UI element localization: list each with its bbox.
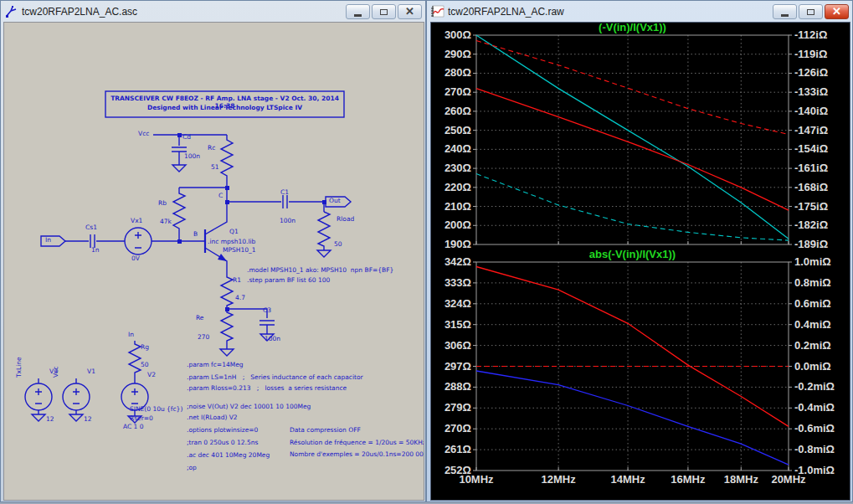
left-axis-label: 200Ω bbox=[444, 219, 471, 231]
left-axis-label: 306Ω bbox=[444, 339, 471, 352]
schematic-text: SINE(0 10u {fc}) bbox=[130, 406, 182, 413]
schematic-text: 0V bbox=[131, 255, 140, 262]
trace-blue-solid-magnitude bbox=[476, 371, 789, 465]
schematic-text: In bbox=[45, 237, 51, 244]
right-axis-label: -119iΩ bbox=[794, 48, 827, 60]
schematic-text: 12 bbox=[84, 416, 92, 423]
schematic-text: .ac dec 401 10Meg 20Meg bbox=[187, 452, 270, 459]
schematic-text: C1 bbox=[280, 189, 289, 196]
left-axis-label: 240Ω bbox=[444, 142, 471, 155]
left-axis-label: 342Ω bbox=[444, 255, 471, 268]
right-axis-label: -140iΩ bbox=[794, 105, 828, 117]
schematic-text: Vcc bbox=[138, 131, 149, 137]
schematic-text: 50 bbox=[141, 362, 149, 368]
schematic-text: ;tran 0 250us 0 12.5ns bbox=[187, 440, 258, 446]
schematic-text: C3 bbox=[263, 307, 271, 314]
right-axis-label: -147iΩ bbox=[794, 124, 828, 136]
waveform-app-icon bbox=[430, 5, 444, 18]
schematic-text: Rser=0 bbox=[130, 415, 153, 422]
schematic-text: R1 bbox=[233, 277, 241, 284]
maximize-icon bbox=[380, 9, 388, 15]
schematic-text: Rload bbox=[337, 216, 354, 223]
right-axis-label: -189iΩ bbox=[794, 238, 828, 250]
right-axis-label: 0.6miΩ bbox=[794, 297, 831, 310]
x-tick-label: 18MHz bbox=[724, 473, 759, 486]
schematic-text: 100n bbox=[265, 336, 280, 342]
schematic-text: 12 bbox=[46, 416, 54, 423]
minimize-button[interactable] bbox=[346, 4, 370, 19]
minimize-icon bbox=[781, 12, 789, 17]
waveform-window: tcw20RFAP2LNA_AC.raw ✕ 300Ω-112iΩ290Ω-11… bbox=[426, 0, 853, 502]
schematic-text: Data compression OFF bbox=[290, 427, 361, 434]
left-axis-label: 290Ω bbox=[444, 48, 471, 60]
left-axis-label: 280Ω bbox=[444, 66, 471, 79]
schematic-text: .model MPSH10_1 ako: MPSH10 npn BF={BF} bbox=[247, 267, 393, 274]
schematic-text: Rb bbox=[158, 200, 167, 207]
plot-pane-title: abs(-V(in)/I(Vx1)) bbox=[589, 248, 676, 260]
schematic-text: Cs1 bbox=[85, 224, 97, 231]
trace-cyan-solid-real-part bbox=[476, 35, 789, 239]
right-axis-label: 0.0miΩ bbox=[794, 360, 831, 373]
right-axis-label: -0.6miΩ bbox=[794, 422, 835, 435]
plot-pane-border bbox=[476, 35, 789, 244]
left-axis-label: 250Ω bbox=[444, 124, 471, 136]
schematic-titlebar[interactable]: tcw20RFAP2LNA_AC.asc ✕ bbox=[1, 1, 425, 21]
schematic-text: B bbox=[193, 231, 198, 238]
close-button[interactable]: ✕ bbox=[825, 4, 849, 19]
schematic-text: Out bbox=[329, 198, 341, 204]
schematic-app-icon bbox=[4, 5, 18, 18]
maximize-button[interactable] bbox=[372, 4, 396, 19]
window-title: tcw20RFAP2LNA_AC.asc bbox=[22, 4, 342, 18]
schematic-text: Résolution de fréquence = 1/20us = 50KHz bbox=[290, 440, 424, 446]
right-axis-label: -154iΩ bbox=[794, 142, 828, 155]
schematic-text: 4.7 bbox=[235, 295, 245, 301]
schematic-text: 50 bbox=[334, 241, 342, 248]
minimize-button[interactable] bbox=[773, 4, 797, 19]
schematic-text: AC 1 0 bbox=[123, 424, 144, 430]
window-title: tcw20RFAP2LNA_AC.raw bbox=[448, 4, 769, 18]
waveform-canvas[interactable]: 300Ω-112iΩ290Ω-119iΩ280Ω-126iΩ270Ω-133iΩ… bbox=[430, 22, 850, 501]
schematic-text: 47k bbox=[160, 219, 172, 225]
close-button[interactable]: ✕ bbox=[398, 4, 422, 19]
left-axis-label: 190Ω bbox=[444, 238, 471, 250]
schematic-text: 270 bbox=[198, 334, 209, 341]
right-axis-label: -0.4miΩ bbox=[794, 401, 835, 414]
close-icon: ✕ bbox=[832, 5, 841, 18]
left-axis-label: 288Ω bbox=[444, 380, 471, 393]
right-axis-label: -0.2miΩ bbox=[794, 380, 835, 393]
left-axis-label: 260Ω bbox=[444, 105, 471, 117]
right-axis-label: 0.4miΩ bbox=[794, 318, 831, 331]
left-axis-label: 230Ω bbox=[444, 162, 471, 174]
schematic-canvas[interactable]: TRANSCEIVER CW F8EOZ - RF Amp. LNA stage… bbox=[3, 22, 424, 501]
schematic-text: Re bbox=[196, 315, 204, 321]
left-axis-label: 297Ω bbox=[444, 360, 471, 373]
schematic-text: .param fc=14Meg bbox=[187, 362, 244, 368]
left-axis-label: 315Ω bbox=[444, 318, 471, 331]
waveform-plot: 300Ω-112iΩ290Ω-119iΩ280Ω-126iΩ270Ω-133iΩ… bbox=[431, 23, 850, 500]
schematic-text: ;noise V(Out) V2 dec 10001 10 100Meg bbox=[187, 404, 311, 410]
left-axis-label: 220Ω bbox=[444, 181, 471, 193]
schematic-text: 100n bbox=[184, 153, 200, 160]
schematic-text: TxLine bbox=[16, 357, 23, 378]
schematic-text: Cd bbox=[182, 134, 191, 141]
right-axis-label: -112iΩ bbox=[794, 28, 827, 41]
schematic-text: Vcc bbox=[53, 367, 59, 378]
left-axis-label: 261Ω bbox=[444, 443, 471, 455]
close-icon: ✕ bbox=[405, 5, 414, 18]
right-axis-label: -1.0miΩ bbox=[794, 464, 835, 476]
right-axis-label: -182iΩ bbox=[794, 219, 828, 231]
right-axis-label: -175iΩ bbox=[794, 200, 828, 213]
schematic-text: .options plotwinsize=0 bbox=[187, 427, 258, 434]
left-axis-label: 279Ω bbox=[444, 401, 471, 414]
right-axis-label: 1.0miΩ bbox=[794, 255, 831, 268]
minimize-icon bbox=[354, 12, 362, 17]
left-axis-label: 252Ω bbox=[444, 464, 471, 476]
left-axis-label: 333Ω bbox=[444, 276, 471, 289]
trace-cyan-dashed-imag-part bbox=[476, 174, 789, 241]
schematic-text: .param LS=1nH ; Series inductance of eac… bbox=[187, 374, 363, 381]
maximize-button[interactable] bbox=[799, 4, 823, 19]
right-axis-label: 0.2miΩ bbox=[794, 339, 831, 352]
schematic-text: .net I(RLoad) V2 bbox=[187, 414, 238, 421]
waveform-titlebar[interactable]: tcw20RFAP2LNA_AC.raw ✕ bbox=[427, 1, 852, 21]
schematic-text: Rc bbox=[208, 145, 215, 152]
